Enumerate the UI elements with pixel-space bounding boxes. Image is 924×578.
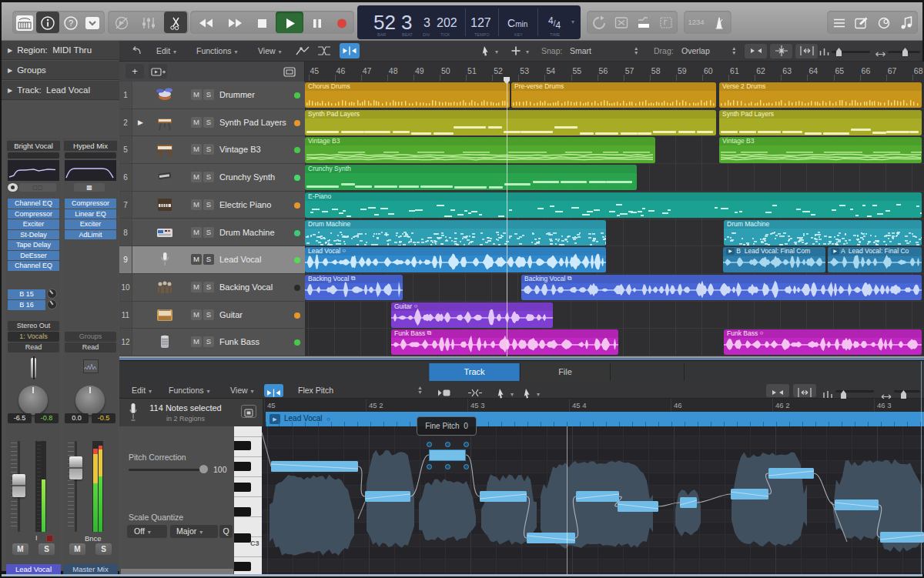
svg-text:?: ?: [69, 18, 73, 28]
svg-text:▾: ▾: [537, 391, 540, 398]
svg-text:▾: ▾: [526, 48, 529, 55]
svg-text:▾: ▾: [495, 48, 498, 55]
svg-text:▾: ▾: [511, 391, 514, 398]
